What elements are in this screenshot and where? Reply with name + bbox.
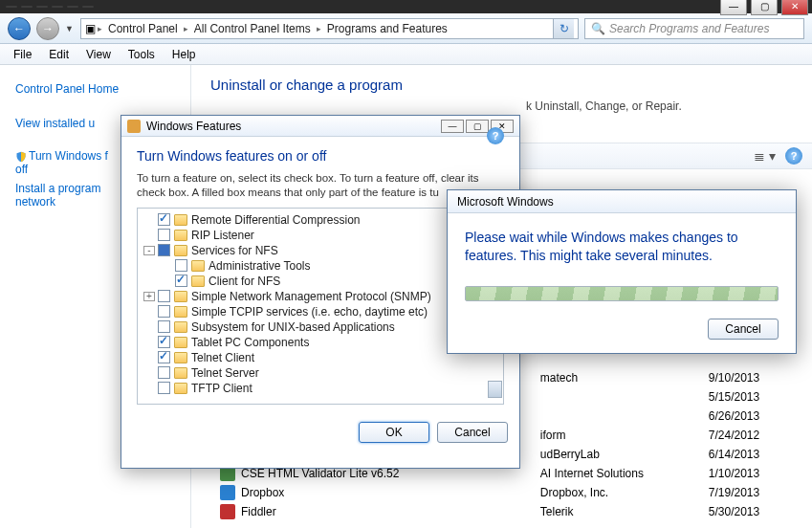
program-date: 6/26/2013 bbox=[709, 409, 783, 423]
search-input[interactable]: 🔍 Search Programs and Features bbox=[584, 18, 804, 39]
menu-bar: File Edit View Tools Help bbox=[0, 44, 812, 65]
scrollbar-thumb[interactable] bbox=[488, 381, 502, 398]
wf-minimize-button[interactable]: — bbox=[441, 120, 464, 133]
feature-checkbox[interactable] bbox=[158, 305, 170, 318]
nav-history-dropdown[interactable]: ▼ bbox=[65, 24, 75, 33]
menu-edit[interactable]: Edit bbox=[41, 46, 77, 63]
folder-icon bbox=[174, 306, 187, 318]
program-publisher: Dropbox, Inc. bbox=[540, 486, 709, 499]
page-title: Uninstall or change a program bbox=[210, 77, 793, 93]
folder-icon bbox=[174, 230, 187, 241]
feature-checkbox[interactable] bbox=[158, 244, 170, 256]
browser-tab[interactable] bbox=[6, 6, 17, 8]
help-icon[interactable]: ? bbox=[785, 147, 802, 165]
folder-icon bbox=[191, 275, 205, 287]
outer-close-button[interactable]: ✕ bbox=[781, 0, 808, 15]
breadcrumb-bar[interactable]: ▣ ▸ Control Panel ▸ All Control Panel It… bbox=[80, 18, 579, 39]
browser-tab[interactable] bbox=[67, 6, 78, 8]
browser-tab[interactable] bbox=[36, 6, 48, 8]
wf-titlebar[interactable]: Windows Features — ▢ ✕ bbox=[121, 116, 519, 137]
feature-checkbox[interactable] bbox=[158, 336, 170, 348]
feature-item[interactable]: TFTP Client bbox=[140, 381, 501, 396]
progress-title: Microsoft Windows bbox=[457, 195, 554, 209]
refresh-button[interactable]: ↻ bbox=[553, 19, 574, 38]
folder-icon bbox=[191, 260, 205, 272]
program-publisher: AI Internet Solutions bbox=[540, 467, 709, 480]
wf-title: Windows Features bbox=[146, 120, 241, 133]
wf-help-icon[interactable]: ? bbox=[487, 127, 504, 144]
breadcrumb-arrow[interactable]: ▸ bbox=[184, 24, 188, 33]
back-button[interactable]: ← bbox=[8, 17, 31, 40]
feature-label: Simple Network Management Protocol (SNMP… bbox=[191, 290, 431, 303]
feature-item[interactable]: Telnet Server bbox=[140, 365, 501, 381]
folder-icon bbox=[174, 214, 187, 226]
breadcrumb-arrow[interactable]: ▸ bbox=[317, 24, 321, 33]
feature-label: Simple TCPIP services (i.e. echo, daytim… bbox=[191, 305, 428, 319]
wf-cancel-button[interactable]: Cancel bbox=[437, 422, 508, 443]
forward-button[interactable]: → bbox=[36, 17, 59, 40]
outer-window-controls: — ▢ ✕ bbox=[720, 0, 808, 15]
wf-maximize-button[interactable]: ▢ bbox=[466, 120, 489, 133]
program-publisher: matech bbox=[540, 371, 709, 385]
wf-ok-button[interactable]: OK bbox=[359, 422, 429, 443]
browser-tab[interactable] bbox=[82, 6, 94, 8]
breadcrumb-seg[interactable]: Programs and Features bbox=[323, 22, 451, 35]
program-date: 5/30/2013 bbox=[709, 505, 783, 518]
folder-icon bbox=[174, 337, 187, 348]
feature-label: TFTP Client bbox=[191, 382, 252, 395]
browser-tab-strip bbox=[0, 0, 812, 13]
menu-view[interactable]: View bbox=[78, 46, 119, 63]
breadcrumb-seg[interactable]: Control Panel bbox=[104, 22, 182, 35]
search-placeholder: Search Programs and Features bbox=[609, 22, 769, 35]
view-mode-button[interactable]: ≣ ▾ bbox=[754, 148, 776, 164]
feature-checkbox[interactable] bbox=[158, 213, 170, 226]
outer-maximize-button[interactable]: ▢ bbox=[751, 0, 778, 15]
table-row[interactable]: DropboxDropbox, Inc.7/19/2013 bbox=[201, 483, 802, 502]
feature-label: Remote Differential Compression bbox=[191, 213, 361, 227]
feature-checkbox[interactable] bbox=[158, 290, 170, 302]
feature-checkbox[interactable] bbox=[158, 229, 170, 241]
feature-checkbox[interactable] bbox=[175, 275, 187, 287]
breadcrumb-icon: ▣ bbox=[85, 22, 96, 35]
menu-file[interactable]: File bbox=[6, 46, 39, 63]
feature-label: Client for NFS bbox=[208, 275, 280, 288]
folder-icon bbox=[174, 245, 187, 256]
program-publisher: iform bbox=[540, 429, 709, 442]
shield-icon bbox=[15, 151, 27, 163]
breadcrumb-seg[interactable]: All Control Panel Items bbox=[190, 22, 315, 35]
program-date: 7/19/2013 bbox=[709, 486, 783, 499]
program-icon bbox=[220, 504, 235, 519]
program-date: 5/15/2013 bbox=[709, 390, 783, 404]
feature-checkbox[interactable] bbox=[158, 320, 170, 333]
navigation-bar: ← → ▼ ▣ ▸ Control Panel ▸ All Control Pa… bbox=[0, 13, 812, 44]
expand-toggle[interactable]: + bbox=[143, 292, 155, 301]
program-publisher: Telerik bbox=[540, 505, 709, 518]
program-icon bbox=[220, 485, 235, 500]
program-publisher: udBerryLab bbox=[540, 448, 709, 461]
folder-icon bbox=[174, 291, 187, 302]
feature-label: Subsystem for UNIX-based Applications bbox=[191, 320, 395, 334]
breadcrumb-arrow[interactable]: ▸ bbox=[98, 24, 102, 33]
feature-checkbox[interactable] bbox=[158, 366, 170, 379]
menu-help[interactable]: Help bbox=[165, 46, 204, 63]
wf-title-icon bbox=[127, 120, 141, 133]
control-panel-home-link[interactable]: Control Panel Home bbox=[15, 82, 175, 96]
menu-tools[interactable]: Tools bbox=[121, 46, 163, 63]
feature-checkbox[interactable] bbox=[158, 382, 170, 394]
progress-titlebar[interactable]: Microsoft Windows bbox=[448, 190, 796, 213]
program-date: 9/10/2013 bbox=[709, 371, 783, 385]
feature-checkbox[interactable] bbox=[175, 259, 187, 272]
feature-checkbox[interactable] bbox=[158, 351, 170, 363]
expand-toggle[interactable]: - bbox=[143, 246, 155, 255]
folder-icon bbox=[174, 352, 187, 363]
progress-message: Please wait while Windows makes changes … bbox=[465, 229, 779, 265]
program-name: CSE HTML Validator Lite v6.52 bbox=[241, 467, 540, 480]
hint-fragment: k Uninstall, Change, or Repair. bbox=[526, 99, 682, 113]
feature-label: Telnet Client bbox=[191, 351, 254, 364]
progress-cancel-button[interactable]: Cancel bbox=[708, 319, 779, 340]
browser-tab[interactable] bbox=[21, 6, 33, 8]
folder-icon bbox=[174, 367, 187, 379]
outer-minimize-button[interactable]: — bbox=[720, 0, 747, 15]
browser-tab[interactable] bbox=[52, 6, 63, 8]
table-row[interactable]: FiddlerTelerik5/30/2013 bbox=[201, 502, 802, 521]
